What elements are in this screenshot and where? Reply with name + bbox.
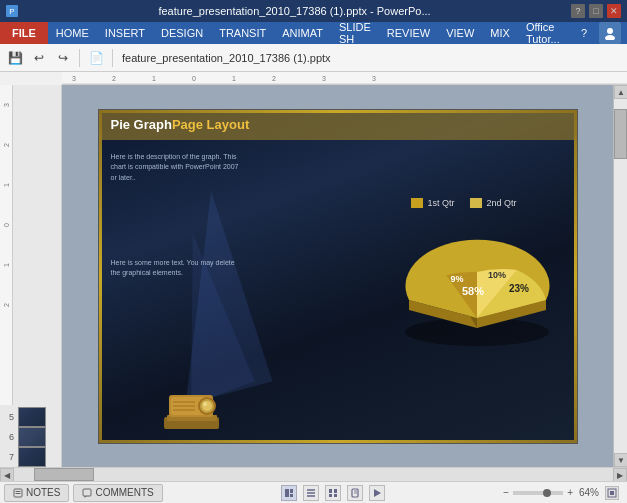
scroll-left-btn[interactable]: ◀	[0, 468, 14, 482]
slide-thumbnail-list: 5 6 7 8 9 10 11 12 13 14 15 16 17 18	[0, 405, 61, 467]
undo-btn[interactable]: ↩	[28, 47, 50, 69]
canvas-area: Pie Graph Page Layout Here is the descri…	[62, 85, 613, 467]
menu-design[interactable]: DESIGN	[153, 22, 211, 44]
svg-point-0	[607, 28, 613, 34]
chart-legend: 1st Qtr 2nd Qtr	[411, 198, 516, 208]
new-btn[interactable]: 📄	[85, 47, 107, 69]
svg-text:1: 1	[3, 263, 10, 267]
menu-transit[interactable]: TRANSIT	[211, 22, 274, 44]
svg-text:3: 3	[72, 75, 76, 82]
vertical-scrollbar[interactable]: ▲ ▼	[613, 85, 627, 467]
redo-btn[interactable]: ↪	[52, 47, 74, 69]
view-slideshow-btn[interactable]	[369, 485, 385, 501]
help-btn[interactable]: ?	[573, 27, 595, 39]
scroll-thumb-h[interactable]	[34, 468, 94, 481]
fit-screen-btn[interactable]	[605, 486, 619, 500]
main-area: 3 2 1 0 1 2 5 6 7 8 9 10 11 12 13 14 15 …	[0, 85, 627, 467]
svg-marker-50	[374, 489, 381, 497]
window-title: feature_presentation_2010_17386 (1).pptx…	[18, 5, 571, 17]
view-buttons	[163, 485, 504, 501]
minimize-btn[interactable]: ?	[571, 4, 585, 18]
view-reading-btn[interactable]	[347, 485, 363, 501]
zoom-controls: − + 64%	[503, 486, 619, 500]
maximize-btn[interactable]: □	[589, 4, 603, 18]
file-menu[interactable]: FILE	[0, 22, 48, 44]
svg-rect-45	[329, 494, 332, 497]
notes-btn[interactable]: NOTES	[4, 484, 69, 502]
slide-thumb-5[interactable]	[18, 407, 46, 427]
legend-color-2nd	[470, 198, 482, 208]
zoom-thumb[interactable]	[543, 489, 551, 497]
svg-text:1: 1	[3, 183, 10, 187]
menu-mix[interactable]: MIX	[482, 22, 518, 44]
comments-label: COMMENTS	[95, 487, 153, 498]
toolbar-sep1	[79, 49, 80, 67]
legend-label-1st: 1st Qtr	[427, 198, 454, 208]
scroll-down-btn[interactable]: ▼	[614, 453, 627, 467]
save-btn[interactable]: 💾	[4, 47, 26, 69]
scroll-up-btn[interactable]: ▲	[614, 85, 627, 99]
svg-text:3: 3	[372, 75, 376, 82]
svg-text:58%: 58%	[461, 285, 483, 297]
view-normal-btn[interactable]	[281, 485, 297, 501]
svg-rect-39	[290, 494, 293, 497]
svg-rect-36	[83, 489, 91, 496]
scroll-track-v[interactable]	[614, 99, 627, 453]
zoom-in-btn[interactable]: +	[567, 487, 573, 498]
scroll-thumb-v[interactable]	[614, 109, 627, 159]
zoom-out-btn[interactable]: −	[503, 487, 509, 498]
slide-thumb-7[interactable]	[18, 447, 46, 467]
menu-slideshow[interactable]: SLIDE SH	[331, 22, 379, 44]
slide-canvas[interactable]: Pie Graph Page Layout Here is the descri…	[98, 109, 578, 444]
svg-text:9%: 9%	[450, 274, 463, 284]
legend-item-2nd: 2nd Qtr	[470, 198, 516, 208]
user-icon[interactable]	[599, 22, 621, 44]
svg-rect-44	[334, 489, 337, 493]
toolbar: 💾 ↩ ↪ 📄 feature_presentation_2010_17386 …	[0, 44, 627, 72]
svg-rect-52	[610, 491, 614, 495]
svg-point-1	[605, 35, 615, 40]
menu-review[interactable]: REVIEW	[379, 22, 438, 44]
zoom-value: 64%	[579, 487, 599, 498]
comments-icon	[82, 488, 92, 498]
svg-point-28	[202, 401, 212, 411]
menu-office-tutor[interactable]: Office Tutor...	[518, 22, 573, 44]
scroll-right-btn[interactable]: ▶	[613, 468, 627, 482]
svg-text:0: 0	[3, 223, 10, 227]
menu-insert[interactable]: INSERT	[97, 22, 153, 44]
pie-chart: 58% 23% 10% 9%	[357, 210, 567, 360]
slide-row-7[interactable]: 7	[0, 447, 61, 467]
slide-row-6[interactable]: 6	[0, 427, 61, 447]
svg-text:3: 3	[3, 103, 10, 107]
svg-rect-37	[285, 489, 289, 497]
zoom-slider[interactable]	[513, 491, 563, 495]
slide-thumb-6[interactable]	[18, 427, 46, 447]
status-bar: NOTES COMMENTS −	[0, 481, 627, 503]
menu-animat[interactable]: ANIMAT	[274, 22, 331, 44]
close-btn[interactable]: ✕	[607, 4, 621, 18]
svg-text:0: 0	[192, 75, 196, 82]
slide-title-text: Pie Graph	[111, 117, 172, 132]
svg-rect-38	[290, 489, 293, 493]
menu-home[interactable]: HOME	[48, 22, 97, 44]
slide-panel: 3 2 1 0 1 2 5 6 7 8 9 10 11 12 13 14 15 …	[0, 85, 62, 467]
ruler-horizontal: 3 2 1 0 1 2 3 3	[62, 72, 627, 85]
slide-title-colored: Page Layout	[172, 117, 249, 132]
slide-row-5[interactable]: 5	[0, 407, 61, 427]
menu-view[interactable]: VIEW	[438, 22, 482, 44]
view-outline-btn[interactable]	[303, 485, 319, 501]
svg-point-29	[203, 402, 207, 406]
view-sorter-btn[interactable]	[325, 485, 341, 501]
svg-rect-46	[334, 494, 337, 497]
title-bar: P feature_presentation_2010_17386 (1).pp…	[0, 0, 627, 22]
comments-btn[interactable]: COMMENTS	[73, 484, 162, 502]
svg-rect-43	[329, 489, 332, 493]
notes-icon	[13, 488, 23, 498]
slide-description-2: Here is some more text. You may delete t…	[111, 258, 239, 279]
horizontal-scrollbar[interactable]: ◀ ▶	[0, 467, 627, 481]
ruler-vertical: 3 2 1 0 1 2	[0, 85, 13, 405]
notes-label: NOTES	[26, 487, 60, 498]
scroll-track-h[interactable]	[14, 468, 613, 481]
svg-text:1: 1	[232, 75, 236, 82]
bottom-area: ◀ ▶ NOTES COMMENTS	[0, 467, 627, 503]
